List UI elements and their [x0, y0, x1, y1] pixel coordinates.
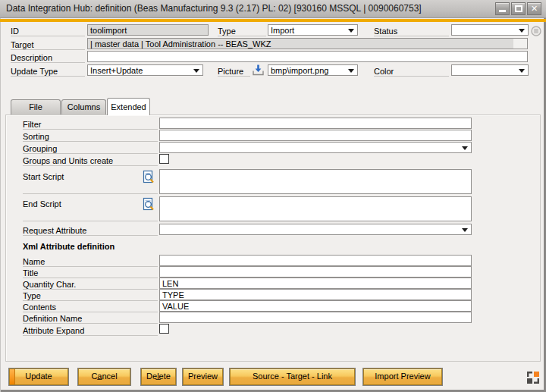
type-dropdown[interactable]: Import — [268, 24, 358, 36]
color-dropdown[interactable] — [451, 64, 529, 76]
contents-input[interactable] — [159, 300, 472, 312]
window: Data Integration Hub: definition (Beas M… — [0, 0, 546, 392]
update-button[interactable]: Update — [9, 368, 68, 385]
import-icon[interactable] — [252, 64, 265, 77]
update-type-label: Update Type — [11, 65, 85, 77]
dropdown-arrow-icon — [519, 69, 525, 73]
id-label: ID — [11, 25, 85, 36]
maximize-icon — [515, 5, 522, 12]
target-input[interactable] — [87, 38, 528, 49]
xml-type-label: Type — [23, 290, 158, 301]
import-preview-button[interactable]: Import Preview — [363, 368, 442, 385]
end-script-textarea[interactable] — [159, 196, 472, 221]
type-label: Type — [218, 25, 266, 36]
import-preview-button-label: Import Preview — [375, 372, 430, 381]
update-accent-strip — [10, 369, 15, 384]
sorting-label: Sorting — [23, 130, 158, 142]
preview-button[interactable]: Preview — [183, 368, 223, 385]
close-button[interactable]: ✕ — [527, 2, 541, 15]
window-title: Data Integration Hub: definition (Beas M… — [6, 3, 422, 14]
target-label: Target — [11, 39, 85, 50]
source-target-link-button-label: Source - Target - Link — [253, 372, 332, 381]
xml-attribute-definition-title: Xml Attribute definition — [23, 242, 115, 251]
name-label: Name — [23, 256, 158, 267]
delete-button-label: Del̲ete — [146, 372, 171, 381]
status-label: Status — [374, 25, 449, 36]
grouping-dropdown[interactable] — [159, 142, 472, 153]
definition-name-input[interactable] — [159, 312, 472, 323]
attribute-expand-label: Attribute Expand — [23, 325, 158, 336]
quantity-char-label: Quantity Char. — [23, 278, 158, 290]
script-preview-icon[interactable] — [143, 197, 155, 212]
sorting-input[interactable] — [159, 130, 472, 141]
minimize-icon — [499, 10, 506, 12]
filter-input[interactable] — [159, 118, 472, 129]
type-dropdown-value: Import — [271, 26, 294, 35]
quantity-char-input[interactable] — [159, 278, 472, 289]
id-input[interactable] — [87, 24, 209, 36]
cancel-button[interactable]: Ca̲ncel — [78, 368, 130, 385]
picture-dropdown-value: bmp\import.png — [271, 66, 328, 75]
tab-file[interactable]: File — [11, 99, 61, 114]
filter-label: Filter — [23, 118, 158, 130]
start-script-label: Start Script — [23, 171, 158, 194]
request-attribute-label: Request Attribute — [23, 224, 158, 236]
name-input[interactable] — [159, 255, 472, 266]
dropdown-arrow-icon — [348, 29, 354, 33]
xml-type-input[interactable] — [159, 289, 472, 300]
end-script-label: End Script — [23, 198, 158, 221]
grouping-label: Grouping — [23, 143, 158, 154]
status-dropdown[interactable] — [451, 24, 529, 36]
update-type-dropdown-value: Insert+Update — [90, 66, 143, 75]
attribute-expand-checkbox[interactable] — [159, 324, 169, 334]
update-type-dropdown[interactable]: Insert+Update — [87, 64, 203, 76]
title-bar[interactable]: Data Integration Hub: definition (Beas M… — [0, 0, 546, 18]
dropdown-arrow-icon — [462, 228, 468, 232]
accent-bar — [0, 19, 546, 22]
maximize-button[interactable] — [511, 2, 526, 15]
minimize-button[interactable] — [495, 2, 510, 15]
context-menu-icon[interactable] — [531, 26, 541, 36]
definition-name-label: Definition Name — [23, 312, 158, 324]
title-input[interactable] — [159, 266, 472, 278]
cancel-button-label: Ca̲ncel — [91, 372, 117, 381]
description-input[interactable] — [87, 51, 528, 62]
groups-units-create-checkbox[interactable] — [159, 154, 169, 164]
dropdown-arrow-icon — [193, 69, 199, 73]
picture-label: Picture — [218, 65, 250, 77]
source-target-link-button[interactable]: Source - Target - Link — [230, 368, 355, 385]
contents-label: Contents — [23, 301, 158, 312]
delete-button[interactable]: Del̲ete — [141, 368, 176, 385]
request-attribute-dropdown[interactable] — [159, 224, 472, 235]
title-label: Title — [23, 267, 158, 278]
groups-units-create-label: Groups and Units create — [23, 155, 158, 166]
picture-dropdown[interactable]: bmp\import.png — [268, 64, 358, 76]
close-icon: ✕ — [528, 4, 541, 14]
color-label: Color — [374, 65, 449, 77]
dropdown-arrow-icon — [462, 146, 468, 150]
tab-columns[interactable]: Columns — [61, 99, 106, 114]
update-button-label: Update — [25, 372, 52, 381]
script-preview-icon[interactable] — [143, 170, 155, 184]
beas-logo-icon — [526, 371, 540, 384]
dropdown-arrow-icon — [348, 69, 354, 73]
start-script-textarea[interactable] — [159, 169, 472, 194]
preview-button-label: Preview — [188, 372, 218, 381]
dropdown-arrow-icon — [519, 29, 525, 33]
tab-extended[interactable]: Extended — [107, 98, 150, 115]
description-label: Description — [11, 52, 85, 63]
